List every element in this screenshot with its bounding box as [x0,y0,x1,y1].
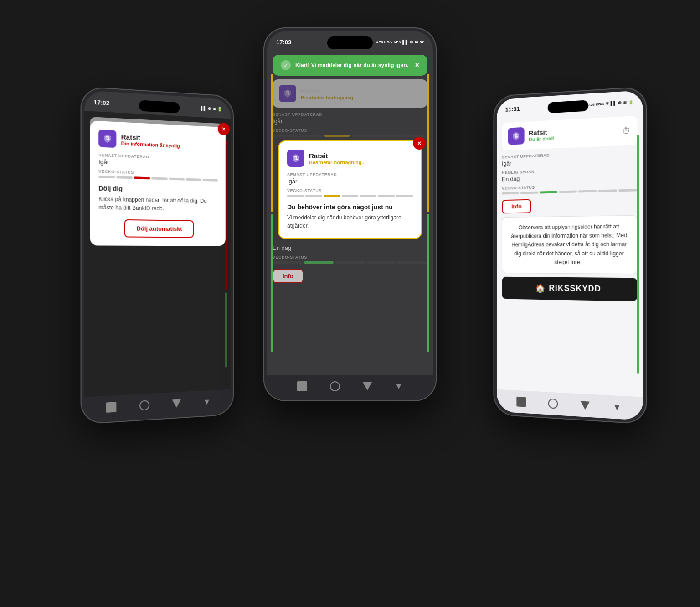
right-notch [548,100,588,113]
toast-check-icon: ✓ [281,60,291,70]
center-modal-last-updated-value: Igår [287,178,413,185]
center-modal-close[interactable]: × [413,137,426,150]
center-phone: 17:03 4.76 KB/s VPN ▌▌ ⊕ ≋ 57 ✓ Klart! V… [263,27,437,401]
center-bg-week-label: VECKO-STATUS [273,128,427,133]
center-phone-screen: 17:03 4.76 KB/s VPN ▌▌ ⊕ ≋ 57 ✓ Klart! V… [267,31,433,398]
center-modal-logo: ⇅ [287,150,304,167]
center-bg-header-text: Ratsit Bearbetar borttagning... [301,87,358,100]
right-bar-green [637,135,639,374]
center-bg-app-header: ⇅ Ratsit Bearbetar borttagning... [273,79,427,108]
right-info-button[interactable]: Info [502,199,531,214]
left-status-icons: ▌▌ ⊕ ≋ 🔋 [201,106,222,111]
left-modal-overlay: × ⇅ Ratsit Din information är synlig SEN… [84,111,231,397]
right-time: 11:31 [505,105,520,113]
right-app-header: ⇅ Ratsit Du är dold! ⏱ [502,116,637,150]
right-nav-square[interactable] [516,397,526,407]
right-clock-icon[interactable]: ⏱ [622,126,631,136]
center-modal-week-label: VECKO-STATUS [287,188,413,193]
center-modal-last-updated-label: SENAST UPPDATERAD [287,172,413,177]
center-modal-title: Ratsit [309,152,366,160]
center-app-screen: ⇅ Ratsit Bearbetar borttagning... SENAST… [267,79,433,283]
center-bottom-nav: ▼ [267,375,433,398]
center-hidden-since-value: En dag [273,244,427,251]
center-bottom-week-bar [273,261,427,264]
center-left-bar-green [271,214,273,352]
left-nav-circle[interactable] [139,400,149,410]
right-screen-content: ⇅ Ratsit Du är dold! ⏱ SENAST UPPDATERAD… [497,111,643,397]
center-modal-week-bar [287,195,413,197]
toast-close-button[interactable]: × [415,61,419,69]
right-phone: 11:31 0.16 KB/s ✻ ▌▌ ⊕ ≋ 🔋 ⇅ Rats [493,86,647,425]
riksskydd-text: RIKSSKYDD [549,284,601,294]
left-phone-screen: 17:02 ▌▌ ⊕ ≋ 🔋 ⇅ Ratsit Din informati [84,90,231,420]
center-side-bars [427,74,429,352]
center-bottom-week-label: VECKO-STATUS [273,255,427,259]
center-processing-modal: × ⇅ Ratsit Bearbetar borttagning... SENA… [278,140,422,239]
right-side-bars [637,135,639,374]
left-modal-body: Klicka på knappen nedan för att dölja di… [98,195,218,213]
left-screen-content: ⇅ Ratsit Din information är synlig ≡ SEN… [84,111,231,397]
center-left-bars [271,74,273,352]
right-phone-screen: 11:31 0.16 KB/s ✻ ▌▌ ⊕ ≋ 🔋 ⇅ Rats [497,90,643,420]
svg-text:⇅: ⇅ [285,90,290,97]
riksskydd-bar: 🏠 RIKSSKYDD [502,277,637,301]
center-bg-logo: ⇅ [279,85,296,102]
center-screen-content: ✓ Klart! Vi meddelar dig när du är synli… [267,51,433,375]
left-phone: 17:02 ▌▌ ⊕ ≋ 🔋 ⇅ Ratsit Din informati [81,86,234,425]
center-status-icons: 4.76 KB/s VPN ▌▌ ⊕ ≋ 57 [376,40,424,44]
right-status-icons: 0.16 KB/s ✻ ▌▌ ⊕ ≋ 🔋 [587,100,633,107]
center-bg-title: Ratsit [301,87,358,95]
center-time: 17:03 [276,39,291,46]
center-modal-header: ⇅ Ratsit Bearbetar borttagning... [287,150,413,167]
left-notch [139,100,180,113]
center-modal-subtitle: Bearbetar borttagning... [309,160,366,165]
left-time: 17:02 [94,99,109,106]
left-modal-card: × ⇅ Ratsit Din information är synlig SEN… [90,120,225,246]
left-nav-square[interactable] [106,402,117,413]
center-bg-last-updated-value: Igår [273,118,427,125]
right-nav-back[interactable] [581,401,590,410]
center-left-bar-yellow [271,74,273,212]
center-toast: ✓ Klart! Vi meddelar dig när du är synli… [273,55,427,76]
svg-text:⇅: ⇅ [293,155,298,161]
left-nav-down[interactable]: ▼ [203,397,211,407]
center-modal-title-block: Ratsit Bearbetar borttagning... [309,152,366,165]
center-nav-back[interactable] [363,382,372,390]
left-app-screen: ⇅ Ratsit Din information är synlig ≡ SEN… [84,111,231,397]
left-modal-main-title: Dölj dig [98,184,218,195]
center-bar-green [427,214,429,352]
riksskydd-icon: 🏠 [535,283,545,293]
center-modal-main-title: Du behöver inte göra något just nu [287,203,413,211]
hide-button[interactable]: Dölj automatiskt [124,219,194,238]
center-bg-last-updated-label: SENAST UPPDATERAD [273,112,427,117]
left-modal-close[interactable]: × [218,123,230,136]
center-bg-subtitle: Bearbetar borttagning... [301,95,358,100]
center-bottom-section: En dag VECKO-STATUS Info [273,244,427,283]
left-modal-logo: ⇅ [98,130,116,148]
center-bar-yellow [427,74,429,212]
toast-text: Klart! Vi meddelar dig när du är synlig … [295,62,411,68]
right-notice-text: Observera att upplysningssidor har rätt … [508,222,630,267]
right-nav-down[interactable]: ▼ [613,402,621,412]
right-nav-circle[interactable] [548,399,558,409]
center-modal-body: Vi meddelar dig när du behöver göra ytte… [287,213,413,230]
right-info-box: Observera att upplysningssidor har rätt … [502,215,637,274]
center-info-button[interactable]: Info [273,269,304,283]
center-dynamic-island [327,36,373,49]
center-nav-circle[interactable] [330,381,340,391]
svg-text:⇅: ⇅ [514,133,519,139]
left-modal-title-block: Ratsit Din information är synlig [121,133,180,149]
left-modal-header: ⇅ Ratsit Din information är synlig [98,130,218,152]
right-app-header-text: Ratsit Du är dold! [529,128,554,142]
center-nav-square[interactable] [297,381,307,391]
center-nav-down[interactable]: ▼ [395,382,403,391]
right-app-subtitle: Du är dold! [529,135,554,142]
svg-text:⇅: ⇅ [105,135,110,142]
right-ratsit-logo: ⇅ [508,127,524,145]
right-app-screen: ⇅ Ratsit Du är dold! ⏱ SENAST UPPDATERAD… [497,111,643,306]
left-nav-back[interactable] [172,399,181,408]
center-bg-week-bar [273,135,427,137]
